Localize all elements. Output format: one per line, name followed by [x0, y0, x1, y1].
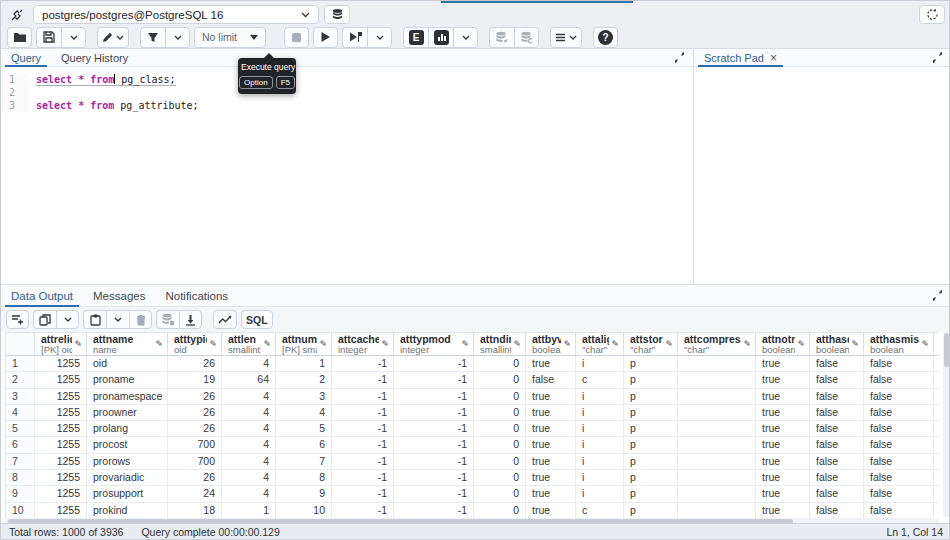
grid-cell[interactable]: oid	[87, 356, 168, 372]
edit-column-icon[interactable]: ✎	[563, 339, 571, 349]
grid-cell[interactable]: -1	[394, 470, 474, 486]
grid-cell[interactable]: 0	[474, 405, 526, 421]
column-header[interactable]: attcacheoffinteger✎	[332, 333, 394, 356]
macros-button[interactable]	[550, 27, 582, 48]
save-file-button[interactable]	[36, 27, 61, 48]
grid-cell[interactable]: 0	[474, 389, 526, 405]
edit-column-icon[interactable]: ✎	[921, 339, 929, 349]
grid-cell[interactable]: 26	[168, 470, 222, 486]
filter-button[interactable]	[140, 27, 165, 48]
edit-column-icon[interactable]: ✎	[513, 339, 521, 349]
grid-cell[interactable]: true	[756, 405, 810, 421]
grid-cell[interactable]	[678, 437, 756, 453]
sql-button[interactable]: SQL	[241, 310, 273, 329]
grid-cell[interactable]: proowner	[87, 405, 168, 421]
grid-cell[interactable]: true	[756, 503, 810, 518]
grid-cell[interactable]: 1	[276, 356, 332, 372]
grid-cell[interactable]: true	[526, 356, 576, 372]
grid-cell[interactable]: p	[624, 470, 678, 486]
grid-cell[interactable]: p	[624, 454, 678, 470]
grid-cell[interactable]: -1	[332, 389, 394, 405]
grid-cell[interactable]: -1	[332, 356, 394, 372]
row-number[interactable]: 10	[6, 503, 35, 518]
paste-button[interactable]	[83, 310, 106, 329]
grid-cell[interactable]: false	[864, 421, 934, 437]
grid-cell[interactable]: true	[756, 372, 810, 388]
grid-cell[interactable]: 700	[168, 437, 222, 453]
row-number[interactable]: 1	[6, 356, 35, 372]
grid-cell[interactable]	[678, 372, 756, 388]
scratch-pad-area[interactable]	[694, 68, 950, 284]
edit-column-icon[interactable]: ✎	[155, 339, 163, 349]
grid-cell[interactable]: 1255	[35, 437, 87, 453]
column-header[interactable]: attndimssmallint✎	[474, 333, 526, 356]
execute-options-button[interactable]	[367, 27, 392, 48]
grid-cell[interactable]: false	[864, 454, 934, 470]
grid-cell[interactable]: 8	[276, 470, 332, 486]
grid-cell[interactable]: false	[810, 389, 864, 405]
grid-cell[interactable]: true	[756, 486, 810, 502]
grid-cell[interactable]: 1255	[35, 486, 87, 502]
grid-cell[interactable]: -1	[394, 486, 474, 502]
grid-cell[interactable]: false	[864, 372, 934, 388]
grid-cell[interactable]: i	[576, 356, 624, 372]
grid-cell[interactable]: -1	[394, 421, 474, 437]
column-header[interactable]: atthasdefboolean✎	[810, 333, 864, 356]
grid-cell[interactable]	[678, 421, 756, 437]
grid-cell[interactable]: prokind	[87, 503, 168, 518]
grid-cell[interactable]	[934, 486, 939, 502]
grid-cell[interactable]: false	[810, 486, 864, 502]
grid-cell[interactable]: false	[810, 421, 864, 437]
grid-cell[interactable]: prorows	[87, 454, 168, 470]
edit-column-icon[interactable]: ✎	[74, 339, 82, 349]
grid-cell[interactable]	[678, 503, 756, 518]
grid-cell[interactable]: true	[526, 421, 576, 437]
grid-cell[interactable]: 64	[222, 372, 276, 388]
grid-cell[interactable]	[934, 405, 939, 421]
grid-cell[interactable]: proname	[87, 372, 168, 388]
edit-column-icon[interactable]: ✎	[263, 339, 271, 349]
grid-cell[interactable]: -1	[394, 372, 474, 388]
expand-scratch-pad-button[interactable]	[924, 49, 950, 66]
edit-column-icon[interactable]: ✎	[209, 339, 217, 349]
column-header[interactable]: atttypmodinteger✎	[394, 333, 474, 356]
column-header[interactable]: attnum[PK] smallint✎	[276, 333, 332, 356]
grid-cell[interactable]: 4	[276, 405, 332, 421]
tab-notifications[interactable]: Notifications	[155, 285, 238, 306]
copy-button[interactable]	[33, 310, 56, 329]
grid-cell[interactable]	[678, 389, 756, 405]
grid-cell[interactable]: false	[810, 372, 864, 388]
grid-cell[interactable]: true	[756, 470, 810, 486]
grid-cell[interactable]: 4	[222, 421, 276, 437]
grid-cell[interactable]: -1	[332, 470, 394, 486]
column-header[interactable]: attcompression"char"✎	[678, 333, 756, 356]
grid-cell[interactable]: -1	[394, 454, 474, 470]
column-header[interactable]: attnamename✎	[87, 333, 168, 356]
edit-column-icon[interactable]: ✎	[665, 339, 673, 349]
grid-cell[interactable]: 3	[276, 389, 332, 405]
connection-select[interactable]: postgres/postgres@PostgreSQL 16	[33, 5, 319, 24]
grid-cell[interactable]: p	[624, 503, 678, 518]
download-button[interactable]	[179, 310, 202, 329]
grid-cell[interactable]: i	[576, 389, 624, 405]
tab-data-output[interactable]: Data Output	[1, 285, 83, 306]
vertical-scrollbar-thumb[interactable]	[944, 333, 949, 367]
open-file-button[interactable]	[7, 27, 32, 48]
grid-cell[interactable]: false	[810, 503, 864, 518]
row-limit-select[interactable]: No limit	[194, 27, 266, 48]
grid-cell[interactable]: 700	[168, 454, 222, 470]
row-number[interactable]: 7	[6, 454, 35, 470]
grid-cell[interactable]: true	[526, 486, 576, 502]
grid-cell[interactable]: -1	[332, 503, 394, 518]
grid-cell[interactable]: i	[576, 486, 624, 502]
grid-cell[interactable]: -1	[394, 503, 474, 518]
grid-cell[interactable]: true	[526, 389, 576, 405]
grid-cell[interactable]: 1255	[35, 503, 87, 518]
grid-cell[interactable]: false	[864, 356, 934, 372]
grid-cell[interactable]: false	[864, 470, 934, 486]
grid-cell[interactable]: i	[576, 437, 624, 453]
edit-menu-button[interactable]	[97, 27, 129, 48]
grid-cell[interactable]: 0	[474, 372, 526, 388]
column-header[interactable]: attbyvalboolean✎	[526, 333, 576, 356]
grid-cell[interactable]: false	[810, 356, 864, 372]
